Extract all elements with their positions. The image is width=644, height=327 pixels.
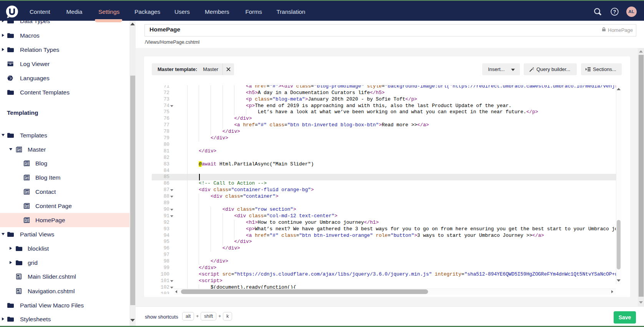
svg-text:?: ?: [613, 9, 616, 15]
